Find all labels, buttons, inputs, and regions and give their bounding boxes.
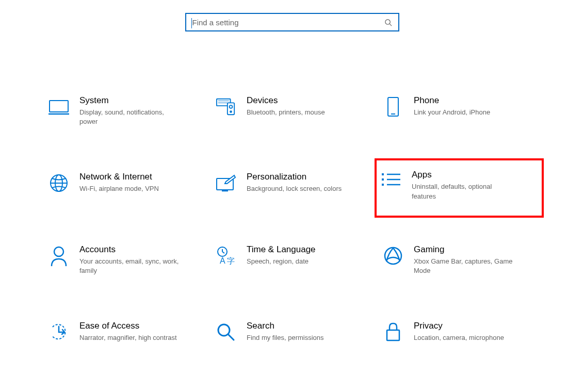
time-language-icon: A 字: [216, 246, 236, 266]
svg-line-31: [229, 335, 234, 340]
system-icon: [48, 96, 69, 117]
search-icon: [384, 19, 392, 26]
category-desc: Link your Android, iPhone: [414, 108, 490, 117]
category-title: Personalization: [247, 172, 342, 182]
category-title: Accounts: [79, 244, 180, 255]
svg-rect-19: [382, 184, 384, 186]
category-title: Phone: [414, 95, 490, 106]
search-container: [0, 0, 584, 37]
search-box[interactable]: [185, 13, 399, 31]
svg-line-26: [222, 252, 224, 253]
category-ease[interactable]: Ease of Access Narrator, magnifier, high…: [46, 319, 203, 350]
search-input[interactable]: [192, 18, 384, 27]
accounts-icon: [48, 246, 69, 266]
category-desc: Your accounts, email, sync, work, family: [79, 257, 180, 275]
svg-point-23: [54, 247, 63, 256]
svg-text:A: A: [220, 256, 225, 265]
category-desc: Speech, region, date: [247, 257, 316, 266]
svg-line-1: [390, 24, 392, 26]
category-title: Devices: [247, 95, 325, 106]
category-desc: Location, camera, microphone: [414, 333, 504, 342]
svg-point-9: [230, 111, 232, 112]
svg-text:字: 字: [227, 256, 235, 265]
personalization-icon: [216, 173, 236, 193]
category-title: System: [79, 95, 180, 106]
category-devices[interactable]: Devices Bluetooth, printers, mouse: [214, 93, 370, 128]
category-desc: Wi-Fi, airplane mode, VPN: [79, 184, 159, 193]
category-title: Gaming: [414, 244, 514, 255]
category-apps[interactable]: Apps Uninstall, defaults, optional featu…: [375, 158, 544, 217]
category-title: Network & Internet: [79, 172, 159, 182]
category-desc: Bluetooth, printers, mouse: [247, 108, 325, 117]
lock-icon: [383, 322, 403, 342]
category-title: Time & Language: [247, 244, 316, 255]
categories-grid: System Display, sound, notifications, po…: [0, 37, 584, 392]
gaming-icon: [383, 246, 403, 266]
category-accounts[interactable]: Accounts Your accounts, email, sync, wor…: [46, 242, 203, 277]
svg-point-30: [218, 324, 230, 336]
category-network[interactable]: Network & Internet Wi-Fi, airplane mode,…: [46, 170, 203, 201]
category-time[interactable]: A 字 Time & Language Speech, region, date: [214, 242, 370, 277]
globe-icon: [48, 173, 69, 193]
category-title: Apps: [412, 170, 512, 180]
category-desc: Find my files, permissions: [247, 333, 324, 342]
category-privacy[interactable]: Privacy Location, camera, microphone: [381, 319, 538, 350]
text-cursor: [191, 18, 192, 28]
svg-rect-10: [388, 97, 398, 116]
category-desc: Background, lock screen, colors: [247, 184, 342, 193]
category-title: Ease of Access: [79, 321, 177, 331]
category-phone[interactable]: Phone Link your Android, iPhone: [381, 93, 538, 128]
category-desc: Narrator, magnifier, high contrast: [79, 333, 177, 342]
category-title: Search: [247, 321, 324, 331]
svg-point-0: [385, 19, 390, 24]
svg-point-29: [385, 248, 401, 264]
category-personalization[interactable]: Personalization Background, lock screen,…: [214, 170, 370, 201]
svg-rect-18: [382, 178, 384, 181]
devices-icon: [216, 96, 236, 117]
category-desc: Uninstall, defaults, optional features: [412, 182, 512, 201]
category-search[interactable]: Search Find my files, permissions: [214, 319, 370, 350]
ease-of-access-icon: [48, 322, 69, 342]
search-category-icon: [216, 322, 236, 342]
svg-rect-2: [50, 101, 68, 112]
svg-rect-17: [382, 173, 384, 175]
category-desc: Display, sound, notifications, power: [79, 108, 180, 126]
phone-icon: [383, 96, 403, 117]
apps-icon: [381, 171, 401, 191]
svg-rect-32: [387, 330, 399, 340]
category-system[interactable]: System Display, sound, notifications, po…: [46, 93, 203, 128]
category-title: Privacy: [414, 321, 504, 331]
category-gaming[interactable]: Gaming Xbox Game Bar, captures, Game Mod…: [381, 242, 538, 277]
category-desc: Xbox Game Bar, captures, Game Mode: [414, 257, 514, 275]
